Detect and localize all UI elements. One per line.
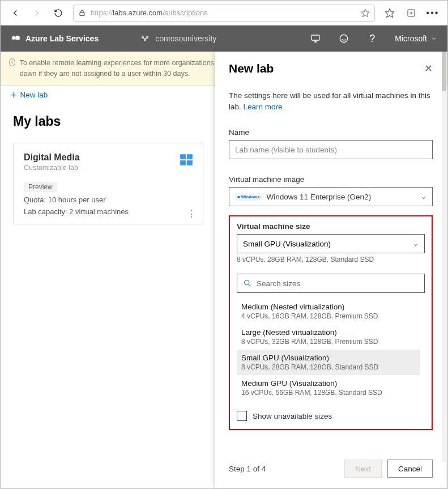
brand[interactable]: Azure Lab Services	[11, 33, 99, 44]
panel-title: New lab	[229, 62, 274, 75]
next-button[interactable]: Next	[344, 460, 382, 478]
svg-point-7	[142, 36, 144, 38]
cancel-button[interactable]: Cancel	[387, 460, 433, 478]
browser-chrome: https://labs.azure.com/subscriptions •••	[1, 1, 447, 25]
svg-rect-0	[80, 12, 84, 15]
search-icon	[243, 279, 252, 288]
option-title: Small GPU (Visualization)	[241, 354, 416, 362]
lock-icon	[78, 9, 86, 17]
lab-more-icon[interactable]: ⋮	[187, 209, 196, 219]
vm-image-select[interactable]: ■ Windows Windows 11 Enterprise (Gen2) ⌄	[229, 187, 433, 206]
option-detail: 8 vCPUs, 32GB RAM, 128GB, Premium SSD	[241, 338, 416, 346]
chevron-down-icon	[430, 35, 437, 42]
option-detail: 16 vCPUs, 56GB RAM, 128GB, Standard SSD	[241, 389, 416, 397]
option-title: Large (Nested virtualization)	[241, 328, 416, 337]
option-detail: 4 vCPUs, 16GB RAM, 128GB, Premium SSD	[241, 312, 416, 320]
help-icon[interactable]: ?	[362, 33, 382, 45]
vm-size-label: Virtual machine size	[237, 222, 425, 231]
lab-quota: Quota: 10 hours per user	[24, 195, 193, 204]
back-button[interactable]	[5, 3, 25, 23]
favorites-icon[interactable]	[379, 3, 400, 23]
option-detail: 8 vCPUs, 28GB RAM, 128GB, Standard SSD	[241, 363, 416, 371]
windows-badge-icon: ■ Windows	[235, 193, 262, 201]
svg-point-8	[147, 36, 148, 38]
vm-size-section: Virtual machine size Small GPU (Visualiz…	[229, 215, 433, 430]
svg-marker-2	[386, 8, 394, 17]
chevron-down-icon: ⌄	[421, 193, 426, 201]
lab-card-title: Digital Media	[24, 152, 193, 163]
size-option[interactable]: Large (Nested virtualization)8 vCPUs, 32…	[237, 324, 420, 350]
svg-rect-13	[187, 154, 193, 159]
collections-icon[interactable]	[401, 3, 421, 23]
option-title: Medium (Nested virtualization)	[241, 303, 416, 311]
plus-icon: +	[11, 90, 17, 100]
lab-name-input[interactable]: Lab name (visible to students)	[229, 140, 433, 159]
account-menu[interactable]: Microsoft	[395, 34, 437, 43]
svg-rect-14	[180, 160, 186, 165]
preview-badge: Preview	[24, 182, 57, 192]
star-add-icon[interactable]	[361, 8, 370, 18]
svg-point-9	[144, 39, 146, 41]
refresh-button[interactable]	[48, 3, 69, 23]
checkbox-icon[interactable]	[237, 411, 247, 421]
list-scrollbar-track[interactable]	[420, 299, 425, 401]
svg-point-16	[245, 280, 249, 285]
step-indicator: Step 1 of 4	[229, 465, 339, 473]
monitor-icon[interactable]	[305, 33, 326, 44]
panel-description: The settings here will be used for all v…	[229, 90, 433, 112]
feedback-icon[interactable]	[334, 33, 354, 44]
size-options-list: Medium (Nested virtualization)4 vCPUs, 1…	[237, 299, 425, 401]
app-header: Azure Lab Services contosouniversity ? M…	[1, 25, 447, 52]
lab-card-subtitle: Customizable lab	[24, 164, 193, 172]
azure-icon	[11, 33, 21, 44]
chevron-down-icon: ⌄	[413, 240, 419, 248]
org-icon	[140, 34, 150, 43]
svg-rect-6	[12, 39, 20, 40]
url-text: https://labs.azure.com/subscriptions	[91, 8, 356, 17]
size-option[interactable]: Small GPU (Visualization)8 vCPUs, 28GB R…	[237, 350, 420, 375]
windows-icon	[179, 152, 194, 167]
info-icon: i	[9, 58, 15, 66]
close-icon[interactable]: ✕	[424, 62, 433, 75]
svg-rect-10	[312, 35, 319, 40]
size-option[interactable]: Medium (Nested virtualization)4 vCPUs, 1…	[237, 299, 420, 324]
vm-size-select[interactable]: Small GPU (Visualization) ⌄	[237, 234, 425, 253]
svg-point-11	[340, 35, 348, 42]
svg-rect-15	[187, 160, 193, 165]
vm-size-detail: 8 vCPUs, 28GB RAM, 128GB, Standard SSD	[237, 256, 425, 263]
svg-marker-1	[361, 9, 369, 16]
lab-capacity: Lab capacity: 2 virtual machines	[24, 207, 193, 216]
size-search-input[interactable]: Search sizes	[237, 274, 425, 293]
panel-footer: Step 1 of 4 Next Cancel	[215, 451, 446, 488]
learn-more-link[interactable]: Learn more	[244, 103, 283, 111]
option-title: Medium GPU (Visualization)	[241, 379, 416, 388]
size-option[interactable]: Medium GPU (Visualization)16 vCPUs, 56GB…	[237, 375, 420, 401]
tenant-switcher[interactable]: contosouniversity	[140, 34, 216, 43]
more-icon[interactable]: •••	[423, 3, 443, 23]
forward-button[interactable]	[27, 3, 47, 23]
svg-rect-12	[180, 154, 186, 159]
address-bar[interactable]: https://labs.azure.com/subscriptions	[73, 5, 375, 22]
show-unavailable-toggle[interactable]: Show unavailable sizes	[237, 411, 425, 421]
list-scrollbar-thumb[interactable]	[420, 304, 425, 401]
name-label: Name	[229, 128, 433, 137]
new-lab-panel: New lab ✕ The settings here will be used…	[215, 52, 446, 488]
lab-card[interactable]: Digital Media Customizable lab Preview Q…	[13, 143, 203, 224]
vm-image-label: Virtual machine image	[229, 175, 433, 184]
